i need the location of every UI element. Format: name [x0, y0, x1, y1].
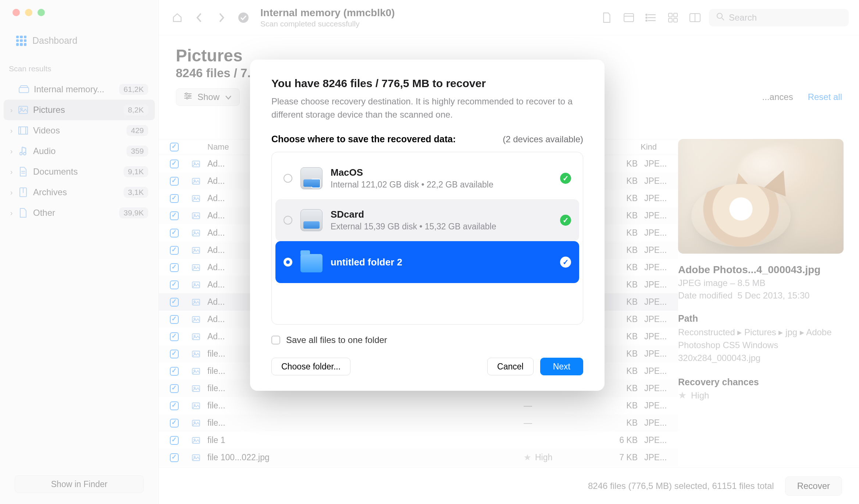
destination-text: MacOSInternal 121,02 GB disk • 22,2 GB a…: [331, 167, 552, 190]
destination-text: SDcardExternal 15,39 GB disk • 15,32 GB …: [331, 209, 552, 232]
choose-folder-button[interactable]: Choose folder...: [271, 358, 350, 375]
destination-option[interactable]: untitled folder 2✓: [275, 241, 579, 283]
radio-icon: [284, 258, 292, 267]
save-one-label: Save all files to one folder: [286, 335, 387, 345]
destination-option[interactable]: SDcardExternal 15,39 GB disk • 15,32 GB …: [275, 199, 579, 241]
modal-title: You have 8246 files / 776,5 MB to recove…: [271, 77, 583, 90]
radio-icon: [284, 174, 292, 183]
checkmark-icon: ✓: [560, 173, 571, 184]
destination-name: MacOS: [331, 167, 552, 178]
devices-count: (2 devices available): [503, 134, 583, 144]
checkmark-icon: ✓: [560, 215, 571, 226]
choose-label: Choose where to save the recovered data:: [271, 134, 456, 144]
choose-folder-label: Choose folder...: [281, 362, 341, 372]
next-button[interactable]: Next: [540, 358, 583, 375]
cancel-button[interactable]: Cancel: [487, 358, 534, 375]
destination-name: SDcard: [331, 209, 552, 220]
modal-footer: Choose folder... Cancel Next: [271, 358, 583, 375]
destination-text: untitled folder 2: [331, 257, 552, 268]
cancel-label: Cancel: [497, 362, 524, 372]
destination-name: untitled folder 2: [331, 257, 552, 268]
external-disk-icon: [300, 209, 322, 231]
destination-list: MacOSInternal 121,02 GB disk • 22,2 GB a…: [271, 152, 583, 325]
next-label: Next: [553, 362, 570, 372]
modal-subtitle: Please choose recovery destination. It i…: [271, 95, 583, 121]
destination-detail: External 15,39 GB disk • 15,32 GB availa…: [331, 222, 552, 232]
radio-icon: [284, 216, 292, 225]
checkbox-icon: [271, 336, 280, 344]
destination-detail: Internal 121,02 GB disk • 22,2 GB availa…: [331, 180, 552, 190]
destination-option[interactable]: MacOSInternal 121,02 GB disk • 22,2 GB a…: [275, 157, 579, 199]
folder-icon: [300, 254, 322, 272]
internal-disk-icon: [300, 167, 322, 189]
recovery-destination-modal: You have 8246 files / 776,5 MB to recove…: [250, 60, 605, 391]
checkmark-icon: ✓: [560, 257, 571, 268]
save-to-one-folder-checkbox[interactable]: Save all files to one folder: [271, 335, 583, 345]
